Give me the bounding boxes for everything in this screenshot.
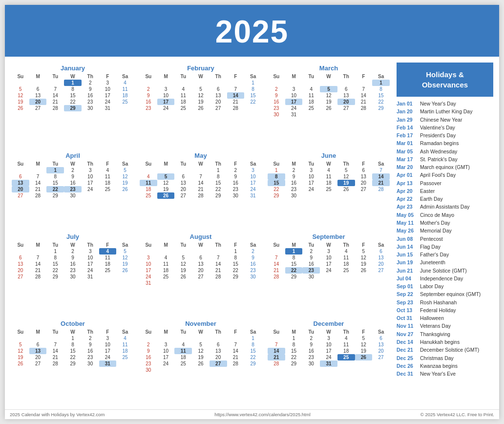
day-cell: 13	[29, 92, 47, 99]
day-header: M	[157, 73, 175, 80]
day-cell: 26	[12, 105, 29, 111]
day-cell: 1	[244, 335, 262, 341]
day-cell: 8	[64, 341, 82, 348]
day-cell: 8	[244, 86, 262, 92]
holiday-item: Jan 20Martin Luther King Day	[397, 107, 493, 115]
holiday-item: Jan 29Chinese New Year	[397, 116, 493, 124]
day-cell: 20	[192, 267, 210, 274]
day-cell: 10	[244, 173, 262, 180]
day-cell: 13	[12, 261, 29, 267]
day-cell: 15	[64, 348, 82, 354]
day-cell: 26	[192, 105, 210, 111]
holiday-name: March equinox (GMT)	[420, 163, 470, 171]
holiday-name: Father's Day	[420, 251, 449, 258]
day-cell: 24	[157, 105, 175, 111]
day-cell: 6	[372, 335, 390, 341]
day-cell: 30	[64, 274, 82, 280]
empty-day	[116, 274, 134, 280]
day-cell: 9	[227, 173, 245, 180]
holiday-name: St. Patrick's Day	[420, 155, 458, 163]
day-cell: 8	[227, 254, 245, 261]
day-header: F	[99, 329, 117, 335]
day-cell: 14	[29, 180, 47, 186]
day-cell: 7	[192, 173, 210, 180]
empty-day	[192, 280, 210, 286]
day-cell: 28	[29, 192, 47, 199]
day-cell: 5	[355, 335, 373, 341]
day-cell: 25	[320, 186, 337, 192]
holiday-name: Ramadan begins	[420, 139, 459, 147]
day-header: Sa	[244, 242, 262, 248]
holiday-item: Dec 14Hanukkah begins	[397, 338, 493, 346]
day-cell: 14	[355, 92, 373, 99]
day-header: F	[355, 161, 373, 167]
day-cell: 26	[355, 354, 373, 360]
day-cell: 18	[116, 348, 134, 354]
day-header: Tu	[46, 242, 64, 248]
holiday-item: Mar 20March equinox (GMT)	[397, 163, 493, 171]
day-header: W	[320, 73, 337, 80]
empty-day	[140, 80, 157, 86]
month-block: MaySuMTuWThFSa12345678910111213141516171…	[139, 150, 263, 229]
day-cell: 30	[302, 360, 320, 367]
empty-day	[174, 280, 192, 286]
day-header: Sa	[116, 329, 134, 335]
empty-day	[227, 80, 245, 86]
day-cell: 17	[320, 261, 337, 267]
day-cell: 16	[227, 180, 245, 186]
holiday-item: Mar 17St. Patrick's Day	[397, 155, 493, 163]
empty-day	[227, 280, 245, 286]
day-cell: 25	[99, 186, 117, 192]
day-cell: 5	[116, 248, 134, 254]
holiday-name: Memorial Day	[420, 227, 452, 234]
day-cell: 22	[210, 186, 227, 192]
day-cell: 7	[227, 341, 245, 348]
day-cell: 18	[320, 180, 337, 186]
day-cell: 31	[320, 360, 337, 367]
empty-day	[210, 280, 227, 286]
holiday-item: Nov 11Veterans Day	[397, 322, 493, 330]
day-cell: 16	[64, 180, 82, 186]
day-cell: 28	[210, 274, 227, 280]
day-cell: 5	[355, 248, 373, 254]
sidebar-title: Holidays &Observances	[397, 63, 493, 97]
day-cell: 24	[302, 186, 320, 192]
day-cell: 24	[244, 186, 262, 192]
day-cell: 1	[268, 167, 285, 173]
empty-day	[82, 192, 99, 199]
day-header: Sa	[244, 73, 262, 80]
holiday-item: Dec 21December Solstice (GMT)	[397, 346, 493, 354]
holiday-item: Sep 01Labor Day	[397, 282, 493, 290]
day-cell: 15	[285, 261, 303, 267]
empty-day	[320, 192, 337, 199]
day-cell: 2	[302, 248, 320, 254]
day-cell: 12	[320, 92, 337, 99]
day-cell: 11	[99, 254, 117, 261]
empty-day	[302, 192, 320, 199]
empty-day	[227, 367, 245, 373]
day-cell: 8	[64, 86, 82, 92]
day-cell: 9	[82, 341, 99, 348]
holiday-item: Dec 25Christmas Day	[397, 354, 493, 362]
empty-day	[140, 248, 157, 254]
day-cell: 17	[99, 92, 117, 99]
month-block: OctoberSuMTuWThFSa1234567891011121314151…	[11, 318, 135, 403]
day-cell: 22	[268, 186, 285, 192]
day-cell: 15	[227, 261, 245, 267]
holiday-item: Jun 15Father's Day	[397, 251, 493, 258]
empty-day	[337, 80, 355, 86]
day-cell: 21	[268, 354, 285, 360]
day-header: Su	[268, 73, 285, 80]
day-cell: 16	[64, 261, 82, 267]
holiday-date: Nov 27	[397, 330, 418, 338]
month-table: SuMTuWThFSa12345678910111213141516171819…	[140, 73, 262, 111]
day-cell: 19	[157, 186, 175, 192]
day-cell: 4	[116, 80, 134, 86]
day-cell: 26	[337, 186, 355, 192]
day-cell: 6	[210, 341, 227, 348]
day-cell: 9	[302, 341, 320, 348]
day-cell: 29	[46, 192, 64, 199]
footer-right: © 2025 Vertex42 LLC. Free to Print.	[420, 412, 494, 417]
day-cell: 26	[192, 360, 210, 367]
day-cell: 2	[227, 167, 245, 173]
